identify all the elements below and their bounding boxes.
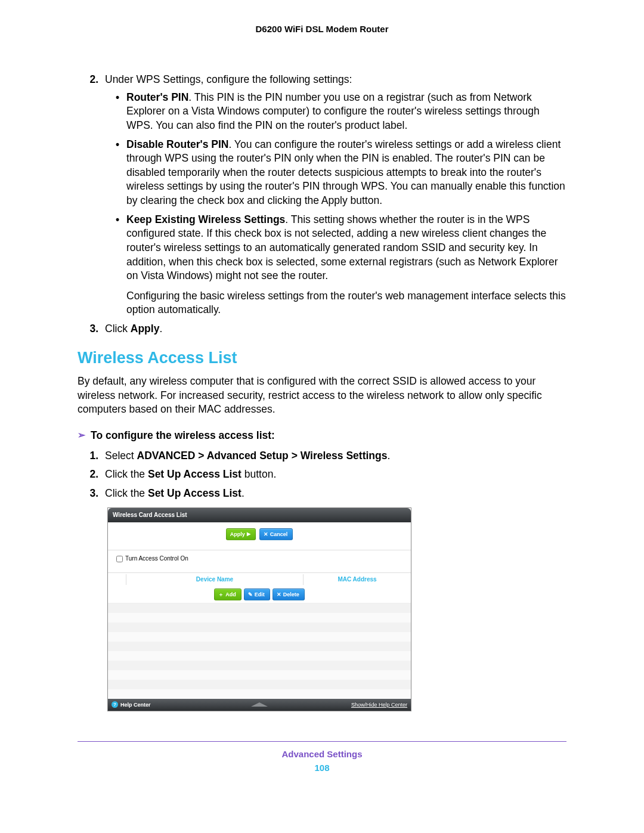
col-mac-address: MAC Address	[304, 574, 411, 585]
step-3-post: .	[159, 323, 162, 335]
proc-step-1: Select ADVANCED > Advanced Setup > Wirel…	[101, 449, 566, 463]
help-icon: ?	[112, 701, 118, 708]
delete-label: Delete	[283, 591, 299, 598]
table-body-empty	[108, 603, 411, 699]
t: button.	[242, 468, 276, 480]
t: Set Up Access List	[148, 468, 242, 480]
step-3-pre: Click	[105, 323, 131, 335]
proc-step-2: Click the Set Up Access List button.	[101, 467, 566, 482]
col-device-name: Device Name	[126, 574, 304, 585]
apply-label: Apply	[230, 531, 245, 538]
access-control-checkbox[interactable]	[116, 556, 123, 562]
close-icon: ✕	[277, 591, 281, 598]
bullet-routers-pin: Router's PIN. This PIN is the PIN number…	[116, 91, 566, 133]
t: ADVANCED > Advanced Setup > Wireless Set…	[137, 450, 388, 462]
page-body: Under WPS Settings, configure the follow…	[78, 73, 566, 711]
t: Select	[105, 450, 137, 462]
pencil-icon: ✎	[248, 591, 253, 598]
step-2: Under WPS Settings, configure the follow…	[101, 73, 566, 317]
apply-button[interactable]: Apply ▶	[226, 528, 256, 540]
panel-title: Wireless Card Access List	[108, 508, 411, 522]
edit-button[interactable]: ✎Edit	[244, 589, 270, 600]
add-label: Add	[225, 591, 236, 598]
t: Click the	[105, 468, 148, 480]
close-icon: ✕	[264, 531, 268, 538]
term: Keep Existing Wireless Settings	[126, 213, 285, 225]
cancel-button[interactable]: ✕Cancel	[259, 528, 293, 540]
help-center-button[interactable]: ? Help Center	[112, 701, 151, 708]
t: Set Up Access List	[148, 487, 242, 499]
proc-step-3: Click the Set Up Access List.	[101, 487, 566, 501]
step-3: Click Apply.	[101, 322, 566, 336]
footer-page-number: 108	[78, 763, 566, 773]
t: .	[242, 487, 244, 499]
footer-section: Advanced Settings	[78, 749, 566, 759]
section-intro: By default, any wireless computer that i…	[78, 374, 566, 417]
delete-button[interactable]: ✕Delete	[273, 589, 305, 600]
t: .	[387, 450, 390, 462]
step-2-intro: Under WPS Settings, configure the follow…	[105, 73, 352, 85]
help-label: Help Center	[120, 701, 151, 708]
t: Click the	[105, 487, 148, 499]
term: Router's PIN	[126, 91, 188, 103]
show-hide-help-link[interactable]: Show/Hide Help Center	[351, 701, 407, 708]
checkbox-label: Turn Access Control On	[125, 555, 188, 562]
page-header: D6200 WiFi DSL Modem Router	[78, 24, 566, 34]
table-header: Device Name MAC Address	[108, 573, 411, 586]
play-icon: ▶	[247, 531, 250, 538]
bullet-tail-para: Configuring the basic wireless settings …	[126, 289, 566, 317]
bullet-disable-pin: Disable Router's PIN. You can configure …	[116, 138, 566, 208]
step-3-bold: Apply	[131, 323, 160, 335]
edit-label: Edit	[255, 591, 265, 598]
cancel-label: Cancel	[270, 531, 288, 538]
footer-divider	[78, 741, 566, 742]
bullet-text: . This PIN is the PIN number you use on …	[126, 91, 540, 131]
section-title: Wireless Access List	[78, 347, 566, 368]
term: Disable Router's PIN	[126, 138, 228, 150]
bullet-keep-existing: Keep Existing Wireless Settings. This se…	[116, 213, 566, 317]
chevron-up-icon[interactable]	[251, 702, 268, 707]
embedded-screenshot: Wireless Card Access List Apply ▶ ✕Cance…	[107, 507, 411, 711]
procedure-heading: To configure the wireless access list:	[91, 429, 566, 443]
plus-icon: ＋	[218, 591, 224, 598]
add-button[interactable]: ＋Add	[214, 589, 242, 600]
